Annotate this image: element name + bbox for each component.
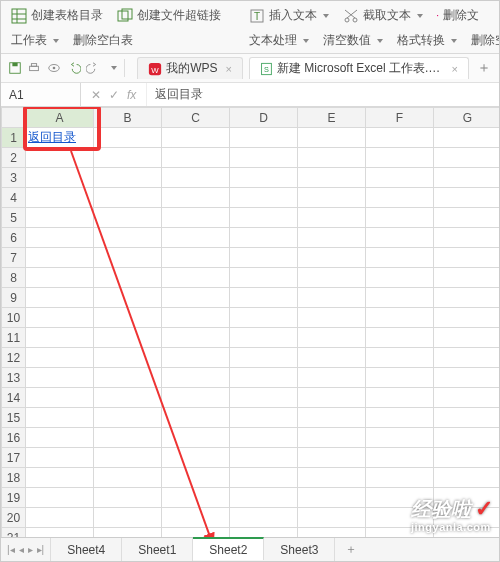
name-box[interactable]: A1 [1, 83, 81, 106]
cell[interactable] [434, 488, 500, 508]
cell[interactable] [366, 488, 434, 508]
formula-accept-button[interactable]: ✓ [109, 88, 119, 102]
row-header[interactable]: 10 [2, 308, 26, 328]
row-header[interactable]: 16 [2, 428, 26, 448]
cell[interactable] [94, 348, 162, 368]
row-header[interactable]: 4 [2, 188, 26, 208]
cell[interactable] [434, 208, 500, 228]
cell[interactable] [230, 508, 298, 528]
row-header[interactable]: 19 [2, 488, 26, 508]
cell[interactable] [162, 468, 230, 488]
cell[interactable] [230, 288, 298, 308]
doc-tab-excel[interactable]: S 新建 Microsoft Excel 工作表.xlsx * × [249, 57, 469, 79]
cell[interactable] [366, 448, 434, 468]
column-header[interactable]: G [434, 108, 500, 128]
spreadsheet-grid[interactable]: ABCDEFGH1返回目录234567891011121314151617181… [1, 107, 499, 537]
cell[interactable] [162, 428, 230, 448]
row-header[interactable]: 3 [2, 168, 26, 188]
sheet-nav-last[interactable]: ▸| [37, 544, 45, 555]
cell[interactable] [162, 168, 230, 188]
cell[interactable] [366, 268, 434, 288]
column-header[interactable]: D [230, 108, 298, 128]
cell[interactable] [298, 368, 366, 388]
delete-blank-sheet-button[interactable]: 删除空白表 [69, 30, 137, 51]
cell[interactable] [366, 208, 434, 228]
cell[interactable] [434, 308, 500, 328]
cell[interactable] [162, 128, 230, 148]
cell[interactable] [298, 468, 366, 488]
cell[interactable] [366, 308, 434, 328]
cell[interactable] [26, 328, 94, 348]
cell[interactable] [366, 508, 434, 528]
cell[interactable] [26, 368, 94, 388]
cell[interactable] [230, 528, 298, 538]
cell[interactable] [366, 368, 434, 388]
cell[interactable] [298, 288, 366, 308]
cell[interactable] [94, 368, 162, 388]
cell[interactable] [94, 188, 162, 208]
column-header[interactable]: B [94, 108, 162, 128]
cell[interactable] [434, 388, 500, 408]
select-all-corner[interactable] [2, 108, 26, 128]
sheet-tab[interactable]: Sheet2 [193, 537, 264, 560]
formula-input[interactable]: 返回目录 [147, 83, 499, 106]
cell[interactable] [26, 408, 94, 428]
qa-save-button[interactable] [7, 59, 23, 77]
cell[interactable] [162, 448, 230, 468]
cell[interactable] [434, 128, 500, 148]
cell[interactable] [26, 488, 94, 508]
cell[interactable] [162, 248, 230, 268]
cell[interactable] [298, 528, 366, 538]
fx-label[interactable]: fx [127, 88, 136, 102]
cell[interactable] [230, 468, 298, 488]
cell[interactable] [434, 248, 500, 268]
create-file-hyperlink-button[interactable]: 创建文件超链接 [113, 5, 225, 26]
sheet-nav-next[interactable]: ▸ [28, 544, 33, 555]
cell[interactable] [366, 168, 434, 188]
cell[interactable] [162, 508, 230, 528]
row-header[interactable]: 12 [2, 348, 26, 368]
close-icon[interactable]: × [226, 63, 232, 75]
cell[interactable] [366, 288, 434, 308]
cell[interactable] [230, 168, 298, 188]
row-header[interactable]: 11 [2, 328, 26, 348]
cell[interactable] [434, 448, 500, 468]
cell[interactable] [434, 188, 500, 208]
cell[interactable] [162, 348, 230, 368]
cell[interactable] [230, 368, 298, 388]
cell[interactable] [26, 248, 94, 268]
row-header[interactable]: 8 [2, 268, 26, 288]
cell[interactable] [366, 128, 434, 148]
cell[interactable] [94, 488, 162, 508]
format-convert-button[interactable]: 格式转换 [393, 30, 461, 51]
cell[interactable] [230, 348, 298, 368]
cell[interactable] [366, 328, 434, 348]
cell[interactable] [230, 488, 298, 508]
hyperlink-cell[interactable]: 返回目录 [26, 129, 93, 146]
close-icon[interactable]: × [452, 63, 458, 75]
cell[interactable] [434, 368, 500, 388]
cell[interactable] [298, 188, 366, 208]
cell[interactable] [94, 328, 162, 348]
cell[interactable] [230, 228, 298, 248]
qa-preview-button[interactable] [46, 59, 62, 77]
cell[interactable] [230, 248, 298, 268]
cell[interactable] [230, 208, 298, 228]
column-header[interactable]: E [298, 108, 366, 128]
formula-cancel-button[interactable]: ✕ [91, 88, 101, 102]
sheet-nav-prev[interactable]: ◂ [19, 544, 24, 555]
column-header[interactable]: A [26, 108, 94, 128]
cell[interactable] [434, 408, 500, 428]
cell[interactable] [94, 148, 162, 168]
delete-blank-button[interactable]: 删除空 [467, 30, 500, 51]
row-header[interactable]: 20 [2, 508, 26, 528]
cell[interactable] [162, 388, 230, 408]
cell[interactable] [26, 228, 94, 248]
cell[interactable] [230, 408, 298, 428]
cell[interactable] [94, 528, 162, 538]
cell[interactable] [298, 488, 366, 508]
row-header[interactable]: 1 [2, 128, 26, 148]
text-processing-button[interactable]: 文本处理 [245, 30, 313, 51]
cell[interactable] [26, 348, 94, 368]
cell[interactable] [94, 308, 162, 328]
